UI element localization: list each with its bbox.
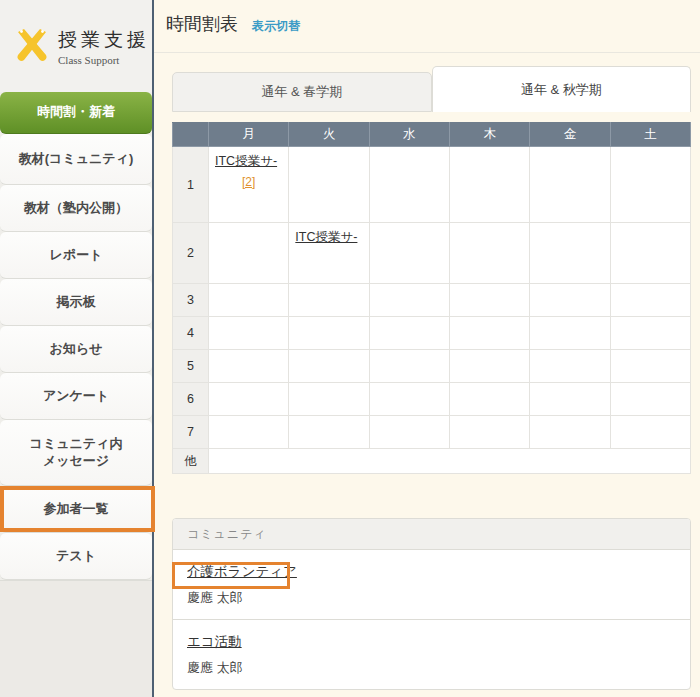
day-header-thu: 木 xyxy=(449,123,529,147)
community-list-item: エコ活動 慶應 太郎 xyxy=(173,619,690,689)
day-header-mon: 月 xyxy=(209,123,289,147)
sidebar-item-materials-school[interactable]: 教材（塾内公開） xyxy=(0,185,152,232)
timetable-row-period-6: 6 xyxy=(173,383,691,416)
community-panel-header: コミュニティ xyxy=(173,519,690,550)
cell-mon-2 xyxy=(209,223,289,284)
tab-fall-semester[interactable]: 通年 & 秋学期 xyxy=(432,66,692,112)
timetable-header-row: 月 火 水 木 金 土 xyxy=(173,123,691,147)
timetable-row-other: 他 xyxy=(173,449,691,474)
timetable-row-period-1: 1 ITC授業サ- [2] xyxy=(173,147,691,223)
new-items-count-link[interactable]: [2] xyxy=(242,175,255,189)
sidebar-item-survey[interactable]: アンケート xyxy=(0,373,152,420)
sidebar-footer xyxy=(0,580,152,697)
tab-label: 通年 & 秋学期 xyxy=(521,81,602,99)
sidebar: 授業支援 Class Support 時間割・新着 教材(コミュニティ) 教材（… xyxy=(0,0,154,697)
period-label: 1 xyxy=(173,147,209,223)
sidebar-item-label: 教材（塾内公開） xyxy=(24,200,128,216)
cell-other xyxy=(209,449,691,474)
period-label: 7 xyxy=(173,416,209,449)
period-label: 3 xyxy=(173,284,209,317)
cell-sat-1 xyxy=(610,147,690,223)
period-label: 2 xyxy=(173,223,209,284)
sidebar-item-test[interactable]: テスト xyxy=(0,533,152,580)
community-panel: コミュニティ 介護ボランティア 慶應 太郎 エコ活動 慶應 太郎 xyxy=(172,518,691,690)
day-header-fri: 金 xyxy=(530,123,610,147)
sidebar-item-label: 参加者一覧 xyxy=(44,501,109,517)
sidebar-item-label: 掲示板 xyxy=(57,294,96,310)
crossed-pens-logo-icon xyxy=(10,24,54,68)
main-content: 時間割表 表示切替 通年 & 春学期 通年 & 秋学期 月 火 水 木 金 土 … xyxy=(154,0,700,697)
cell-thu-1 xyxy=(449,147,529,223)
sidebar-nav: 時間割・新着 教材(コミュニティ) 教材（塾内公開） レポート 掲示板 お知らせ… xyxy=(0,92,152,580)
course-link[interactable]: ITC授業サ- xyxy=(215,152,277,171)
cell-thu-2 xyxy=(449,223,529,284)
cell-wed-2 xyxy=(369,223,449,284)
timetable-row-period-4: 4 xyxy=(173,317,691,350)
cell-tue-2: ITC授業サ- xyxy=(289,223,369,284)
day-header-sat: 土 xyxy=(610,123,690,147)
page-title: 時間割表 xyxy=(166,12,238,36)
page-header: 時間割表 表示切替 xyxy=(166,12,300,36)
cell-tue-1 xyxy=(289,147,369,223)
app-logo: 授業支援 Class Support xyxy=(0,0,152,92)
period-label: 6 xyxy=(173,383,209,416)
timetable-row-period-2: 2 ITC授業サ- xyxy=(173,223,691,284)
day-header-wed: 水 xyxy=(369,123,449,147)
page: { "app": { "logo_title": "授業支援", "logo_s… xyxy=(0,0,700,697)
sidebar-item-label: お知らせ xyxy=(50,341,103,357)
community-link-care-volunteer[interactable]: 介護ボランティア xyxy=(187,564,297,579)
cell-fri-2 xyxy=(530,223,610,284)
sidebar-item-report[interactable]: レポート xyxy=(0,232,152,279)
community-owner-name: 慶應 太郎 xyxy=(187,589,676,607)
sidebar-item-label: レポート xyxy=(50,247,103,263)
cell-wed-1 xyxy=(369,147,449,223)
logo-text: 授業支援 Class Support xyxy=(58,27,150,66)
sidebar-item-timetable-new[interactable]: 時間割・新着 xyxy=(0,92,152,134)
timetable: 月 火 水 木 金 土 1 ITC授業サ- [2] 2 ITC授業サ- xyxy=(172,122,691,474)
cell-fri-1 xyxy=(530,147,610,223)
sidebar-item-label: テスト xyxy=(56,548,96,564)
cell-mon-1: ITC授業サ- [2] xyxy=(209,147,289,223)
corner-header-cell xyxy=(173,123,209,147)
sidebar-item-label: アンケート xyxy=(43,388,109,404)
day-header-tue: 火 xyxy=(289,123,369,147)
sidebar-item-label: 教材(コミュニティ) xyxy=(19,151,134,167)
community-list-item: 介護ボランティア 慶應 太郎 xyxy=(173,550,690,619)
tab-spring-semester[interactable]: 通年 & 春学期 xyxy=(172,72,432,112)
cell-sat-2 xyxy=(610,223,690,284)
sidebar-item-community-messages[interactable]: コミュニティ内メッセージ xyxy=(0,420,152,486)
sidebar-item-notices[interactable]: お知らせ xyxy=(0,326,152,373)
community-owner-name: 慶應 太郎 xyxy=(187,659,676,677)
semester-tabs: 通年 & 春学期 通年 & 秋学期 xyxy=(172,66,691,112)
header-divider xyxy=(154,52,700,53)
period-label: 5 xyxy=(173,350,209,383)
course-link[interactable]: ITC授業サ- xyxy=(295,228,357,247)
period-label: 4 xyxy=(173,317,209,350)
tab-label: 通年 & 春学期 xyxy=(261,83,342,101)
logo-subtitle: Class Support xyxy=(58,54,150,66)
sidebar-item-materials-community[interactable]: 教材(コミュニティ) xyxy=(0,134,152,185)
period-label: 他 xyxy=(173,449,209,474)
timetable-row-period-3: 3 xyxy=(173,284,691,317)
sidebar-item-participants-list[interactable]: 参加者一覧 xyxy=(0,486,152,533)
logo-title: 授業支援 xyxy=(58,27,150,53)
display-toggle-link[interactable]: 表示切替 xyxy=(252,18,300,35)
timetable-row-period-7: 7 xyxy=(173,416,691,449)
timetable-row-period-5: 5 xyxy=(173,350,691,383)
course-badge: [2] xyxy=(209,175,288,189)
sidebar-item-label: 時間割・新着 xyxy=(37,104,115,120)
sidebar-item-label: コミュニティ内メッセージ xyxy=(30,436,123,469)
community-link-eco-activity[interactable]: エコ活動 xyxy=(187,634,242,649)
sidebar-item-bulletin-board[interactable]: 掲示板 xyxy=(0,279,152,326)
